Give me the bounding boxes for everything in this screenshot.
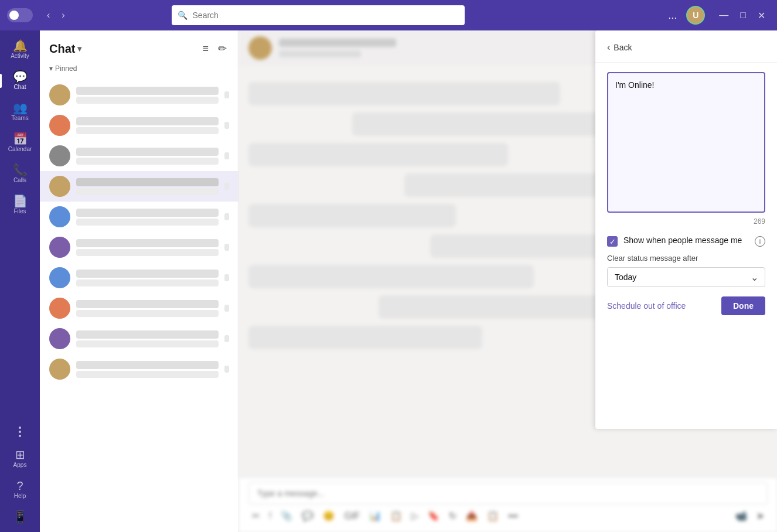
list-item[interactable] bbox=[40, 110, 238, 141]
chat-info bbox=[76, 178, 219, 195]
nav-arrows: ‹ › bbox=[42, 8, 70, 23]
list-item[interactable] bbox=[40, 354, 238, 384]
sidebar-label-apps: Apps bbox=[13, 462, 27, 468]
status-panel: ‹ Back I'm Online! 269 ✓ Show when peopl… bbox=[595, 30, 777, 429]
clear-after-select-wrapper: Never Today 1 hour 4 hours This week ⌄ bbox=[607, 267, 765, 287]
maximize-button[interactable]: □ bbox=[735, 8, 751, 23]
chat-info bbox=[76, 148, 219, 165]
sidebar-item-files[interactable]: 📄 Files bbox=[2, 190, 38, 219]
clear-after-select[interactable]: Never Today 1 hour 4 hours This week bbox=[607, 267, 765, 287]
sidebar-label-teams: Teams bbox=[11, 115, 28, 121]
format-button[interactable]: ✂ bbox=[248, 507, 263, 525]
list-item[interactable] bbox=[40, 202, 238, 232]
copy-button[interactable]: 📋 bbox=[483, 507, 502, 525]
back-label: Back bbox=[614, 43, 632, 52]
video-button[interactable]: 📹 bbox=[732, 507, 751, 525]
title-bar-right: ... U — □ ✕ bbox=[663, 6, 770, 25]
pinned-section: ▾ Pinned bbox=[40, 62, 238, 80]
filter-button[interactable]: ≡ bbox=[200, 40, 211, 57]
minimize-button[interactable]: — bbox=[714, 8, 733, 23]
status-message-textarea[interactable]: I'm Online! bbox=[607, 72, 765, 213]
sidebar-label-calls: Calls bbox=[13, 177, 26, 183]
quote-button[interactable]: 💬 bbox=[298, 507, 317, 525]
chat-time bbox=[224, 274, 229, 281]
list-item[interactable] bbox=[40, 80, 238, 110]
show-when-row: ✓ Show when people message me i bbox=[607, 235, 765, 247]
share-button[interactable]: 📤 bbox=[462, 507, 481, 525]
gif-button[interactable]: GIF bbox=[340, 507, 363, 525]
back-button[interactable]: ‹ Back bbox=[607, 40, 632, 55]
avatar bbox=[49, 359, 70, 380]
avatar[interactable]: U bbox=[686, 6, 705, 25]
chat-time bbox=[224, 244, 229, 251]
compose-button[interactable]: ✏ bbox=[216, 40, 229, 57]
schedule-button[interactable]: 📋 bbox=[387, 507, 405, 525]
list-item[interactable] bbox=[40, 323, 238, 354]
search-input[interactable] bbox=[172, 5, 465, 25]
pinned-text: Pinned bbox=[55, 64, 77, 73]
chat-name bbox=[76, 330, 219, 339]
nav-forward[interactable]: › bbox=[57, 8, 69, 23]
sticker-button[interactable]: 📊 bbox=[366, 507, 384, 525]
chat-name bbox=[76, 87, 219, 95]
sidebar-label-files: Files bbox=[13, 208, 26, 214]
avatar bbox=[49, 328, 70, 349]
window-controls: — □ ✕ bbox=[714, 8, 770, 23]
avatar bbox=[49, 176, 70, 197]
list-item[interactable] bbox=[40, 293, 238, 323]
content-wrapper: ✂ ! 📎 💬 😊 GIF 📊 📋 ▷ 🔖 ↻ 📤 📋 ••• 📹 bbox=[239, 30, 777, 532]
message-toolbar: ✂ ! 📎 💬 😊 GIF 📊 📋 ▷ 🔖 ↻ 📤 📋 ••• 📹 bbox=[248, 504, 768, 527]
dot3 bbox=[19, 435, 21, 437]
chat-info bbox=[76, 300, 219, 317]
sidebar-item-teams[interactable]: 👥 Teams bbox=[2, 97, 38, 126]
chat-preview bbox=[76, 310, 219, 317]
schedule-out-of-office-button[interactable]: Schedule out of office bbox=[607, 301, 686, 311]
sidebar-item-calendar[interactable]: 📅 Calendar bbox=[2, 128, 38, 157]
sidebar-item-apps[interactable]: ⊞ Apps bbox=[2, 444, 38, 473]
chat-info bbox=[76, 209, 219, 226]
show-when-checkbox[interactable]: ✓ bbox=[607, 236, 618, 247]
priority-button[interactable]: ! bbox=[265, 507, 275, 525]
list-item[interactable] bbox=[40, 232, 238, 262]
sidebar-item-help[interactable]: ? Help bbox=[2, 475, 38, 504]
chat-info bbox=[76, 361, 219, 378]
chat-time bbox=[224, 335, 229, 342]
sidebar-more-dots[interactable] bbox=[14, 422, 26, 442]
close-button[interactable]: ✕ bbox=[753, 8, 770, 23]
search-icon: 🔍 bbox=[178, 11, 188, 20]
list-item[interactable] bbox=[40, 141, 238, 171]
chat-preview bbox=[76, 127, 219, 134]
emoji-button[interactable]: 😊 bbox=[319, 507, 338, 525]
more-toolbar-button[interactable]: ••• bbox=[505, 507, 522, 525]
chat-preview bbox=[76, 249, 219, 256]
attach-button[interactable]: 📎 bbox=[277, 507, 296, 525]
message-input[interactable] bbox=[248, 482, 768, 504]
bookmark-button[interactable]: 🔖 bbox=[424, 507, 443, 525]
toggle-button[interactable] bbox=[7, 8, 33, 22]
done-button[interactable]: Done bbox=[721, 296, 765, 315]
sidebar-item-mobile[interactable]: 📱 bbox=[2, 506, 38, 527]
chat-panel: Chat ▾ ≡ ✏ ▾ Pinned bbox=[40, 30, 239, 532]
nav-back[interactable]: ‹ bbox=[42, 8, 54, 23]
send-arrow-button[interactable]: ▷ bbox=[408, 507, 422, 525]
calls-icon: 📞 bbox=[13, 164, 28, 176]
sidebar-label-chat: Chat bbox=[13, 84, 26, 90]
more-button[interactable]: ... bbox=[663, 7, 681, 24]
loop-button[interactable]: ↻ bbox=[445, 507, 460, 525]
sidebar-item-calls[interactable]: 📞 Calls bbox=[2, 159, 38, 188]
chat-preview bbox=[76, 97, 219, 104]
chat-time bbox=[224, 152, 229, 159]
chat-name bbox=[76, 209, 219, 217]
title-bar: ‹ › 🔍 ... U — □ ✕ bbox=[0, 0, 777, 30]
sidebar-item-activity[interactable]: 🔔 Activity bbox=[2, 35, 38, 64]
info-icon[interactable]: i bbox=[755, 236, 765, 247]
list-item[interactable] bbox=[40, 262, 238, 293]
send-button[interactable]: ➤ bbox=[753, 507, 768, 525]
clear-after-label: Clear status message after bbox=[607, 254, 765, 262]
sidebar-label-calendar: Calendar bbox=[8, 146, 32, 152]
chat-name bbox=[76, 117, 219, 125]
chat-time bbox=[224, 366, 229, 373]
chat-time bbox=[224, 122, 229, 129]
sidebar-item-chat[interactable]: 💬 Chat bbox=[2, 66, 38, 95]
list-item[interactable] bbox=[40, 171, 238, 202]
